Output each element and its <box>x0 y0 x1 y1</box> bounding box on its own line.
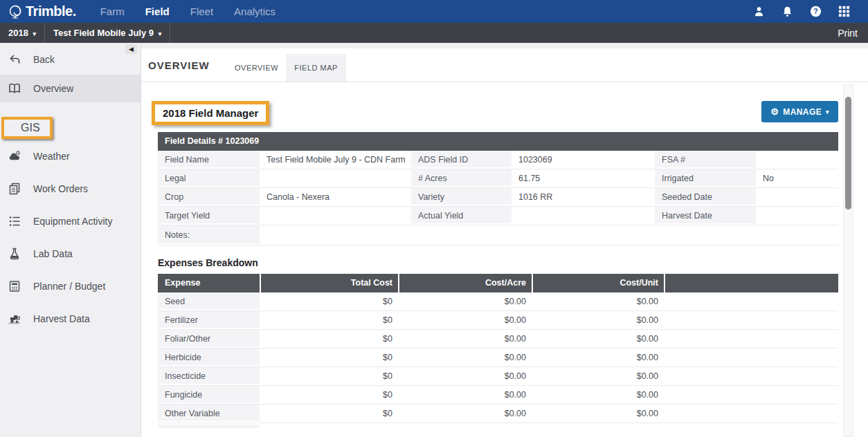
chevron-down-icon: ▾ <box>159 30 162 37</box>
harvest-date-value <box>756 207 838 225</box>
weather-cloud-icon <box>8 149 21 163</box>
navbar-icons: ? <box>753 6 860 17</box>
col-expense: Expense <box>158 274 260 292</box>
nav-item-analytics[interactable]: Analytics <box>224 6 286 17</box>
notes-value <box>260 225 838 245</box>
sidebar-item-back[interactable]: Back <box>0 43 141 71</box>
cost-acre-value: $0.00 <box>398 292 532 310</box>
top-navbar: Trimble. Farm Field Fleet Analytics ? <box>0 0 868 23</box>
field-name-label: Field Name <box>158 151 260 169</box>
nav-item-field[interactable]: Field <box>135 6 180 17</box>
table-row: Legal # Acres 61.75 Irrigated No <box>158 169 838 188</box>
table-row: Other Variable $0 $0.00 $0.00 <box>158 405 838 423</box>
field-manager-title: 2018 Field Manager <box>152 101 269 125</box>
cost-unit-value: $0.00 <box>532 311 664 329</box>
actual-yield-label: Actual Yield <box>411 207 512 225</box>
nav-item-farm[interactable]: Farm <box>90 6 135 17</box>
seeded-date-value <box>756 188 838 206</box>
sidebar-item-work-orders[interactable]: Work Orders <box>0 172 141 205</box>
notes-label: Notes: <box>158 225 260 245</box>
cost-unit-value: $0.00 <box>532 405 664 422</box>
manage-button[interactable]: ⚙ MANAGE ▾ <box>761 101 838 122</box>
workspace: ◀ Back Overview GIS <box>0 43 868 437</box>
expense-name: Herbicide <box>158 348 260 366</box>
sidebar-item-lab-data[interactable]: Lab Data <box>0 237 141 270</box>
apps-grid-icon[interactable] <box>838 6 850 17</box>
main-content: OVERVIEW OVERVIEW FIELD MAP 2018 Field M… <box>141 48 868 437</box>
user-icon[interactable] <box>753 6 765 17</box>
sidebar-item-weather[interactable]: Weather <box>0 140 141 172</box>
sidebar: ◀ Back Overview GIS <box>0 43 141 437</box>
year-dropdown[interactable]: 2018 ▾ <box>0 28 44 38</box>
notifications-bell-icon[interactable] <box>781 6 793 17</box>
nav-item-fleet[interactable]: Fleet <box>180 6 224 17</box>
seeded-date-label: Seeded Date <box>655 188 756 206</box>
open-book-icon <box>8 82 21 95</box>
tab-field-map[interactable]: FIELD MAP <box>287 54 346 82</box>
ads-field-id-value: 1023069 <box>512 151 655 169</box>
scroll-area: 2018 Field Manager ⚙ MANAGE ▾ Field Deta… <box>141 101 868 428</box>
harvest-date-label: Harvest Date <box>655 207 756 225</box>
activity-list-icon <box>8 214 21 228</box>
cost-unit-value: $0.00 <box>532 292 664 310</box>
sidebar-item-equipment-activity[interactable]: Equipment Activity <box>0 205 141 237</box>
title-row: 2018 Field Manager ⚙ MANAGE ▾ <box>158 101 838 129</box>
chevron-down-icon: ▾ <box>33 30 37 37</box>
table-row: Herbicide $0 $0.00 $0.00 <box>158 348 838 367</box>
table-row: Foliar/Other $0 $0.00 $0.00 <box>158 330 838 348</box>
cost-unit-value: $0.00 <box>532 386 664 404</box>
variety-label: Variety <box>411 188 512 206</box>
cost-unit-value: $0.00 <box>532 348 664 366</box>
table-row: Fertilizer $0 $0.00 $0.00 <box>158 311 838 330</box>
page-title-overview: OVERVIEW <box>148 59 210 71</box>
sidebar-item-harvest-data[interactable]: Harvest Data <box>0 302 141 335</box>
cost-unit-value: $0.00 <box>532 330 664 348</box>
expense-name: Seed <box>158 292 260 310</box>
expense-name: Fungicide <box>158 386 260 404</box>
crop-value: Canola - Nexera <box>260 188 411 206</box>
field-details-table: Field Details # 1023069 Field Name Test … <box>158 132 838 245</box>
table-row: Notes: <box>158 225 838 245</box>
divider <box>170 23 170 43</box>
scrollbar-thumb[interactable] <box>845 97 851 210</box>
trimble-swirl-icon <box>8 4 24 19</box>
calculator-icon <box>8 279 21 293</box>
cost-acre-value: $0.00 <box>398 330 532 348</box>
col-filler <box>664 274 838 292</box>
sidebar-collapse-icon[interactable]: ◀ <box>125 44 137 54</box>
chevron-down-icon: ▾ <box>826 109 829 115</box>
field-dropdown[interactable]: Test Field Mobile July 9 ▾ <box>45 28 170 38</box>
sidebar-item-gis[interactable]: GIS <box>1 117 53 139</box>
col-total-cost: Total Cost <box>260 274 398 292</box>
actual-yield-value <box>512 207 655 225</box>
logo-text: Trimble. <box>26 3 76 19</box>
col-cost-acre: Cost/Acre <box>398 274 532 292</box>
flask-icon <box>8 247 21 261</box>
crop-label: Crop <box>158 188 260 206</box>
svg-text:?: ? <box>813 7 817 15</box>
gear-icon: ⚙ <box>770 106 779 117</box>
help-icon[interactable]: ? <box>810 6 822 17</box>
irrigated-value: No <box>756 169 838 187</box>
legal-label: Legal <box>158 169 260 187</box>
acres-value: 61.75 <box>512 169 655 187</box>
sidebar-item-planner-budget[interactable]: Planner / Budget <box>0 270 141 302</box>
target-yield-label: Target Yield <box>158 207 260 225</box>
expense-name: Other Variable <box>158 405 260 422</box>
field-name-value: Test Field Mobile July 9 - CDN Farm <box>260 151 411 169</box>
table-row: Seed $0 $0.00 $0.00 <box>158 292 838 311</box>
cost-acre-value: $0.00 <box>398 367 532 385</box>
total-cost-value: $0 <box>260 348 398 366</box>
tab-overview[interactable]: OVERVIEW <box>227 54 287 82</box>
print-button[interactable]: Print <box>838 28 868 39</box>
trimble-logo[interactable]: Trimble. <box>8 3 76 19</box>
table-row: Crop Canola - Nexera Variety 1016 RR See… <box>158 188 838 207</box>
back-arrow-icon <box>8 53 21 66</box>
table-row: Fungicide $0 $0.00 $0.00 <box>158 386 838 405</box>
expense-name: Foliar/Other <box>158 330 260 348</box>
total-cost-value: $0 <box>260 386 398 404</box>
sidebar-item-overview[interactable]: Overview <box>0 75 141 102</box>
page-header-row: OVERVIEW OVERVIEW FIELD MAP <box>141 48 868 82</box>
document-icon <box>8 182 21 196</box>
total-cost-value: $0 <box>260 330 398 348</box>
